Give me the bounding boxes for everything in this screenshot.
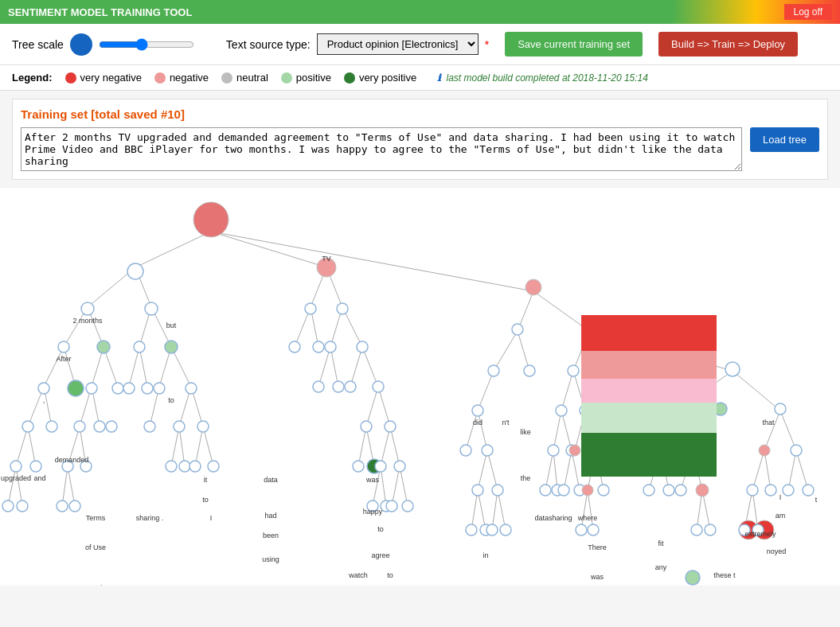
node[interactable] <box>74 421 85 432</box>
node[interactable] <box>386 500 397 512</box>
node[interactable] <box>69 500 80 512</box>
node-green[interactable] <box>165 341 178 353</box>
node[interactable] <box>10 461 21 472</box>
node[interactable] <box>705 524 716 535</box>
save-button[interactable]: Save current training set <box>505 32 643 56</box>
node[interactable] <box>179 461 190 472</box>
node[interactable] <box>663 485 674 496</box>
node[interactable] <box>112 383 123 394</box>
node[interactable] <box>17 500 28 512</box>
node[interactable] <box>558 485 569 496</box>
node[interactable] <box>402 500 413 512</box>
node-green[interactable] <box>97 341 110 353</box>
node[interactable] <box>598 485 609 496</box>
node[interactable] <box>337 303 348 314</box>
node-pink-sm[interactable] <box>759 445 770 456</box>
load-tree-button[interactable]: Load tree <box>750 127 819 152</box>
node[interactable] <box>394 461 405 472</box>
node[interactable] <box>166 461 177 472</box>
node[interactable] <box>568 365 579 376</box>
node[interactable] <box>765 485 776 496</box>
node[interactable] <box>375 461 386 472</box>
node[interactable] <box>313 341 324 352</box>
node[interactable] <box>460 445 471 456</box>
node[interactable] <box>123 383 135 394</box>
node[interactable] <box>643 485 654 496</box>
label-fit: fit <box>658 539 664 547</box>
node[interactable] <box>145 302 158 315</box>
logoff-button[interactable]: Log off <box>784 4 832 20</box>
node[interactable] <box>127 263 143 279</box>
node[interactable] <box>189 461 201 472</box>
text-source-select[interactable]: Product opinion [Electronics] <box>317 33 479 55</box>
node[interactable] <box>556 405 567 416</box>
node[interactable] <box>333 381 344 392</box>
node[interactable] <box>747 485 758 496</box>
node[interactable] <box>208 461 219 472</box>
node[interactable] <box>142 383 153 394</box>
node[interactable] <box>86 383 97 394</box>
node-pink[interactable] <box>525 279 541 295</box>
node[interactable] <box>30 461 41 472</box>
node[interactable] <box>548 445 559 456</box>
node[interactable] <box>353 461 364 472</box>
node-pink-sm[interactable] <box>696 484 709 497</box>
node[interactable] <box>576 524 587 535</box>
node[interactable] <box>106 421 117 432</box>
build-button[interactable]: Build => Train => Deploy <box>658 32 798 56</box>
node-pink-sm[interactable] <box>582 485 593 496</box>
label-using: using <box>262 555 279 563</box>
node[interactable] <box>524 365 535 376</box>
node-green-large[interactable] <box>68 380 84 396</box>
node[interactable] <box>791 445 802 456</box>
node[interactable] <box>186 383 197 394</box>
node[interactable] <box>675 485 686 496</box>
node[interactable] <box>803 485 814 496</box>
node[interactable] <box>725 362 740 376</box>
root-node[interactable] <box>193 202 229 237</box>
node[interactable] <box>2 500 14 512</box>
node[interactable] <box>134 341 145 352</box>
node[interactable] <box>174 421 185 432</box>
node[interactable] <box>144 421 155 432</box>
label-been: been <box>263 532 279 539</box>
node[interactable] <box>58 341 69 352</box>
node-light-green-bottom[interactable] <box>686 571 700 585</box>
node[interactable] <box>512 324 523 335</box>
node[interactable] <box>94 421 105 432</box>
node[interactable] <box>305 303 316 314</box>
node[interactable] <box>500 524 511 535</box>
node[interactable] <box>345 381 356 392</box>
node[interactable] <box>775 403 786 415</box>
node[interactable] <box>289 341 300 352</box>
node[interactable] <box>357 341 368 352</box>
node[interactable] <box>472 405 483 416</box>
node[interactable] <box>197 421 209 432</box>
node[interactable] <box>492 485 503 496</box>
node[interactable] <box>482 445 493 456</box>
tree-scale-indicator <box>70 33 92 56</box>
node[interactable] <box>691 524 702 535</box>
node[interactable] <box>373 381 384 392</box>
node[interactable] <box>540 485 551 496</box>
node[interactable] <box>472 485 483 496</box>
node[interactable] <box>385 421 396 432</box>
node[interactable] <box>325 341 336 352</box>
node[interactable] <box>488 365 499 376</box>
node[interactable] <box>154 383 165 394</box>
node[interactable] <box>588 524 599 535</box>
node[interactable] <box>57 500 68 512</box>
node[interactable] <box>313 381 324 392</box>
training-text-input[interactable] <box>21 127 742 171</box>
node-pink-sm[interactable] <box>569 445 580 456</box>
node[interactable] <box>38 383 49 394</box>
node[interactable] <box>486 524 498 535</box>
node[interactable] <box>361 421 372 432</box>
node[interactable] <box>466 524 477 535</box>
node[interactable] <box>22 421 33 432</box>
node[interactable] <box>46 421 57 432</box>
label-i2: I <box>779 493 782 501</box>
node[interactable] <box>783 485 794 496</box>
tree-scale-slider[interactable] <box>99 38 194 51</box>
node[interactable] <box>81 302 94 315</box>
